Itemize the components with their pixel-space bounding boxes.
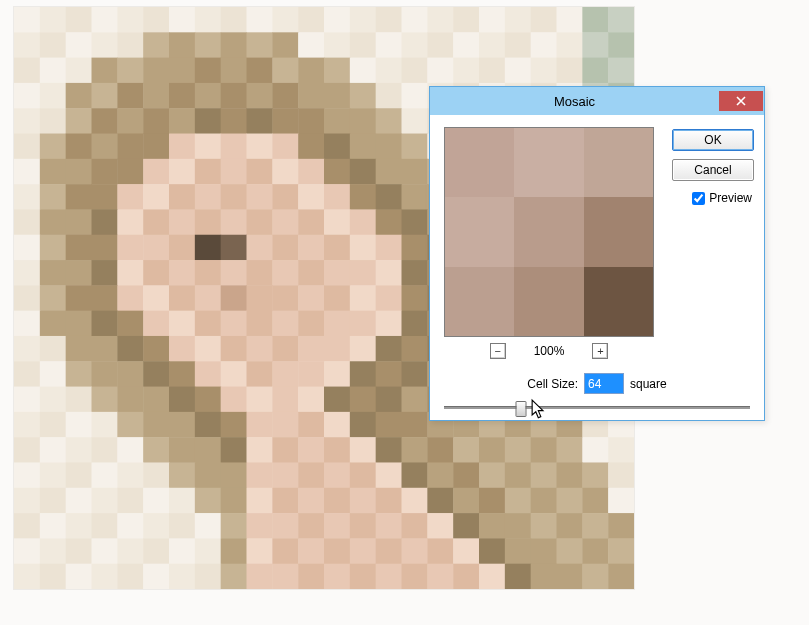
close-button[interactable] [719,91,763,111]
svg-rect-131 [298,134,324,160]
svg-rect-110 [376,108,402,134]
ok-button[interactable]: OK [672,129,754,151]
svg-rect-522 [479,538,505,564]
svg-rect-58 [272,58,298,84]
svg-rect-294 [169,311,195,337]
svg-rect-321 [247,336,273,362]
svg-rect-445 [350,462,376,488]
svg-rect-49 [40,58,66,84]
svg-rect-244 [117,260,143,286]
svg-rect-398 [376,412,402,438]
svg-rect-225 [247,235,273,261]
svg-rect-155 [298,159,324,185]
svg-rect-75 [92,83,118,109]
svg-rect-252 [324,260,350,286]
svg-rect-16 [427,7,453,33]
svg-rect-83 [298,83,324,109]
svg-rect-499 [505,513,531,539]
svg-rect-479 [608,488,634,514]
svg-rect-482 [66,513,92,539]
svg-rect-496 [427,513,453,539]
svg-rect-98 [66,108,92,134]
svg-rect-147 [92,159,118,185]
svg-rect-505 [40,538,66,564]
svg-rect-340 [117,361,143,387]
svg-rect-524 [531,538,557,564]
svg-rect-177 [247,184,273,210]
svg-rect-276 [324,285,350,311]
svg-rect-220 [117,235,143,261]
dialog-titlebar[interactable]: Mosaic [430,87,764,115]
svg-rect-436 [117,462,143,488]
svg-rect-490 [272,513,298,539]
svg-rect-100 [117,108,143,134]
svg-rect-347 [298,361,324,387]
svg-rect-124 [117,134,143,160]
svg-rect-218 [66,235,92,261]
svg-rect-508 [117,538,143,564]
svg-rect-217 [40,235,66,261]
svg-rect-418 [272,437,298,463]
svg-rect-63 [402,58,428,84]
svg-rect-460 [117,488,143,514]
svg-rect-432 [14,462,40,488]
svg-rect-205 [350,209,376,235]
svg-rect-216 [14,235,40,261]
slider-thumb[interactable] [515,401,526,417]
preview-checkbox[interactable] [692,192,705,205]
svg-rect-486 [169,513,195,539]
svg-rect-174 [169,184,195,210]
svg-rect-301 [350,311,376,337]
svg-rect-292 [117,311,143,337]
minus-icon: − [494,346,500,357]
svg-rect-183 [402,184,428,210]
svg-rect-254 [376,260,402,286]
svg-rect-201 [247,209,273,235]
svg-rect-469 [350,488,376,514]
svg-rect-126 [169,134,195,160]
svg-rect-81 [247,83,273,109]
zoom-out-button[interactable]: − [490,343,506,359]
svg-rect-500 [531,513,557,539]
svg-rect-245 [143,260,169,286]
svg-rect-144 [14,159,40,185]
svg-rect-502 [582,513,608,539]
svg-rect-361 [40,387,66,413]
svg-rect-322 [272,336,298,362]
svg-rect-386 [66,412,92,438]
mosaic-dialog: Mosaic − 100% + OK Cancel Preview Cell S… [429,86,765,421]
svg-rect-541 [350,564,376,589]
svg-rect-422 [376,437,402,463]
cancel-button[interactable]: Cancel [672,159,754,181]
cell-size-slider[interactable] [444,399,750,415]
svg-rect-40 [427,32,453,58]
preview-checkbox-row[interactable]: Preview [692,191,752,205]
dialog-body: − 100% + OK Cancel Preview Cell Size: sq… [430,115,764,420]
svg-rect-506 [66,538,92,564]
zoom-in-button[interactable]: + [592,343,608,359]
svg-rect-368 [221,387,247,413]
svg-rect-484 [117,513,143,539]
svg-rect-416 [221,437,247,463]
svg-rect-157 [350,159,376,185]
svg-rect-326 [376,336,402,362]
svg-rect-129 [247,134,273,160]
svg-rect-373 [350,387,376,413]
svg-rect-497 [453,513,479,539]
svg-rect-273 [247,285,273,311]
svg-rect-96 [14,108,40,134]
svg-rect-342 [169,361,195,387]
svg-rect-30 [169,32,195,58]
svg-rect-219 [92,235,118,261]
svg-rect-501 [557,513,583,539]
svg-rect-179 [298,184,324,210]
svg-rect-538 [272,564,298,589]
svg-rect-428 [531,437,557,463]
cell-size-input[interactable] [584,373,624,394]
svg-rect-470 [376,488,402,514]
svg-rect-28 [117,32,143,58]
svg-rect-176 [221,184,247,210]
svg-rect-429 [557,437,583,463]
filter-preview[interactable] [444,127,654,337]
svg-rect-365 [143,387,169,413]
